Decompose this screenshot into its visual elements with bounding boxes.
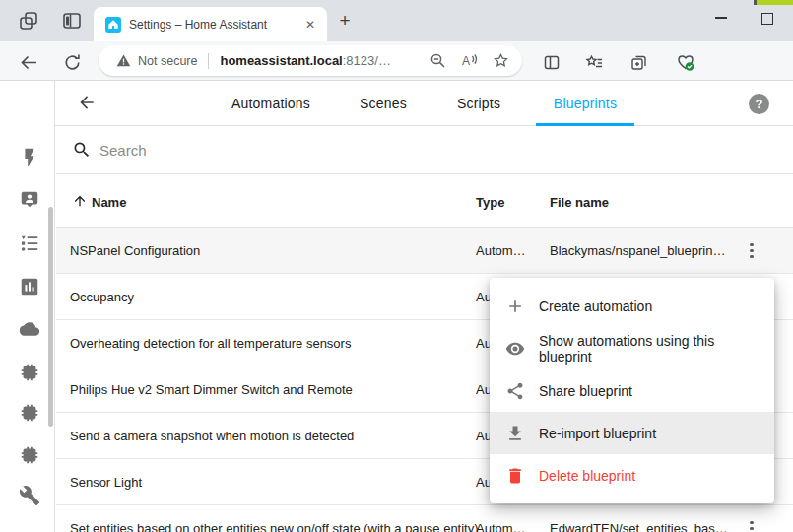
split-screen-icon[interactable] — [541, 53, 560, 72]
plus-icon — [505, 297, 525, 316]
row-overflow-menu-icon[interactable] — [745, 240, 759, 261]
tab-activity-icon[interactable] — [18, 10, 39, 32]
help-button[interactable]: ? — [749, 94, 769, 114]
cloud-icon[interactable] — [19, 318, 40, 340]
favorites-bar-icon[interactable] — [585, 53, 604, 72]
search-bar — [56, 126, 793, 174]
menu-item-label: Create automation — [539, 299, 652, 314]
browser-tab[interactable]: Settings – Home Assistant ✕ — [94, 7, 327, 41]
search-icon — [72, 140, 92, 160]
sort-ascending-icon[interactable] — [72, 193, 88, 209]
menu-item-label: Re-import blueprint — [539, 426, 656, 441]
row-name: Send a camera snapshot when motion is de… — [70, 429, 354, 443]
row-overflow-menu-icon[interactable] — [745, 518, 759, 532]
browser-toolbar: Not secure homeassistant.local:8123/… A — [0, 41, 793, 81]
statistics-icon[interactable] — [19, 276, 40, 298]
url-host[interactable]: homeassistant.local — [220, 53, 342, 68]
lightning-bolt-icon[interactable] — [19, 147, 40, 168]
divider — [208, 53, 209, 69]
chip-icon[interactable] — [19, 402, 40, 424]
close-tab-icon[interactable]: ✕ — [302, 17, 318, 33]
table-header: Name Type File name — [56, 174, 793, 228]
tab-scenes[interactable]: Scenes — [360, 96, 407, 111]
column-file-name[interactable]: File name — [550, 195, 609, 210]
trash-icon — [505, 466, 525, 486]
row-type: Autom… — [476, 243, 526, 258]
menu-item-reimport-blueprint[interactable]: Re-import blueprint — [490, 412, 774, 454]
home-assistant-favicon — [105, 17, 121, 33]
background-strip — [757, 0, 793, 5]
share-icon — [505, 381, 525, 401]
blueprint-context-menu: Create automation Show automations using… — [490, 278, 774, 503]
url-path[interactable]: :8123/… — [343, 53, 391, 68]
menu-item-delete-blueprint[interactable]: Delete blueprint — [490, 454, 774, 497]
collections-icon[interactable] — [629, 53, 648, 72]
address-bar[interactable]: Not secure homeassistant.local:8123/… A — [99, 45, 522, 76]
browser-titlebar: Settings – Home Assistant ✕ + — [0, 0, 793, 41]
ha-back-icon[interactable] — [77, 93, 97, 112]
column-name[interactable]: Name — [92, 195, 126, 210]
column-type[interactable]: Type — [476, 195, 504, 210]
tab-title: Settings – Home Assistant — [129, 18, 302, 32]
ha-header: Automations Scenes Scripts Blueprints ? — [0, 81, 793, 126]
minimize-icon[interactable] — [715, 17, 727, 19]
row-name: Sensor Light — [70, 475, 142, 490]
chip-icon[interactable] — [19, 362, 40, 383]
svg-text:A: A — [462, 54, 470, 68]
refresh-icon[interactable] — [63, 53, 82, 72]
new-tab-icon[interactable]: + — [335, 12, 355, 32]
security-label[interactable]: Not secure — [138, 54, 197, 68]
menu-item-label: Share blueprint — [539, 383, 632, 399]
person-badge-icon[interactable] — [19, 189, 40, 211]
row-name: Set entities based on other entities new… — [70, 521, 479, 532]
eye-icon — [505, 339, 525, 359]
zoom-out-icon[interactable] — [430, 52, 446, 69]
ha-sidebar — [0, 81, 55, 532]
row-file: Blackymas/nspanel_blueprin… — [550, 243, 725, 258]
row-type: Autom… — [476, 521, 526, 532]
row-name: NSPanel Configuration — [70, 243, 200, 258]
menu-item-label: Show automations using this blueprint — [539, 333, 759, 365]
table-row[interactable]: NSPanel Configuration Autom… Blackymas/n… — [56, 228, 793, 274]
menu-item-show-automations[interactable]: Show automations using this blueprint — [490, 327, 774, 369]
favorite-star-icon[interactable] — [493, 52, 509, 69]
download-icon — [505, 424, 525, 443]
tab-scripts[interactable]: Scripts — [457, 96, 500, 111]
sidebar-scrollbar[interactable] — [48, 207, 53, 427]
tab-blueprints[interactable]: Blueprints — [554, 96, 617, 111]
tab-automations[interactable]: Automations — [231, 96, 310, 111]
row-file: EdwardTEN/set_entities_bas… — [550, 521, 728, 532]
search-input[interactable] — [99, 138, 691, 162]
row-name: Overheating detection for all temperatur… — [70, 336, 351, 351]
list-icon[interactable] — [19, 233, 40, 254]
tab-layout-icon[interactable] — [61, 10, 83, 32]
menu-item-label: Delete blueprint — [539, 468, 635, 484]
chip-icon[interactable] — [19, 444, 40, 466]
back-icon[interactable] — [20, 53, 38, 72]
browser-essentials-icon[interactable] — [676, 52, 694, 71]
row-name: Philips Hue v2 Smart Dimmer Switch and R… — [70, 382, 353, 397]
warning-icon — [116, 53, 131, 68]
row-name: Occupancy — [70, 290, 134, 304]
read-aloud-icon[interactable]: A — [461, 52, 478, 69]
wrench-icon[interactable] — [19, 485, 40, 506]
menu-item-create-automation[interactable]: Create automation — [490, 285, 774, 327]
table-row[interactable]: Set entities based on other entities new… — [56, 505, 793, 532]
menu-item-share-blueprint[interactable]: Share blueprint — [490, 369, 774, 412]
browser-window: Settings – Home Assistant ✕ + Not secure… — [0, 0, 793, 532]
maximize-icon[interactable] — [761, 13, 773, 25]
